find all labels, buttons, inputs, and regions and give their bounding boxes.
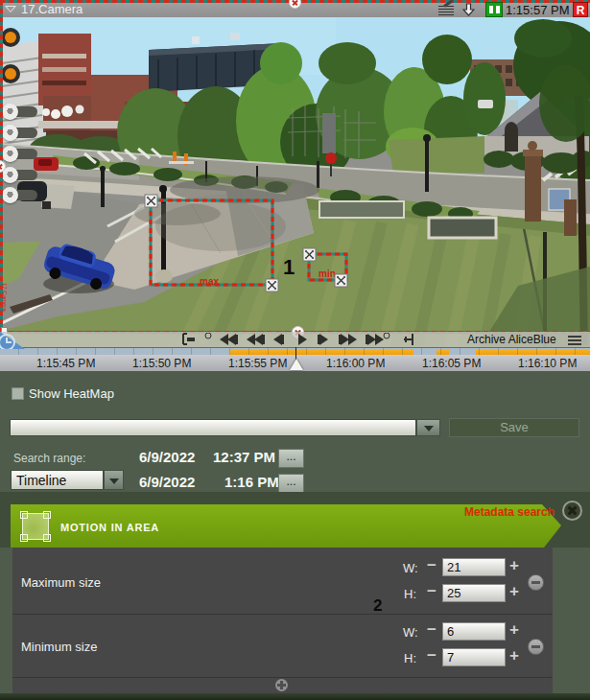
svg-text:max: max [200, 276, 219, 287]
svg-text:min: min [319, 268, 336, 279]
